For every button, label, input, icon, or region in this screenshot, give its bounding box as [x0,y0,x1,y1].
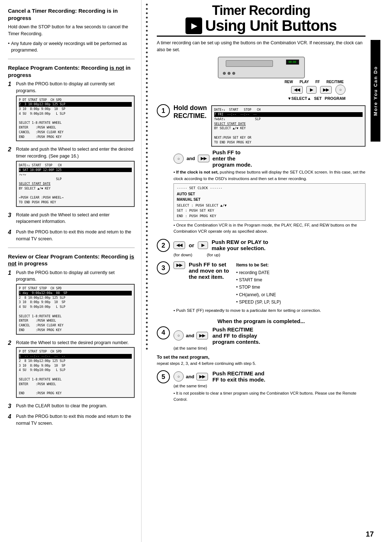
rew-icon: ◀◀ [173,241,185,249]
select-label: ▼SELECT▲ [287,96,311,101]
right-column: Timer Recording ▶ Using Unit Buttons A t… [152,0,392,542]
clock-set-box: ----- SET CLOCK ------ AUTO SETMANUAL SE… [173,183,366,221]
sidebar-label: More You Can Do [371,40,380,142]
select-program-row: ▼SELECT▲ SET PROGRAM [157,96,366,101]
divider2 [8,248,135,248]
review-step-4: 4 Push the PROG button to exit this mode… [8,413,135,427]
step4-rectime: ○ [173,330,184,341]
replace-step-2: 2 Rotate and push the Wheel to select an… [8,146,135,208]
review-step-3: 3 Push the CLEAR button to clear the pro… [8,403,135,409]
left-column: Cancel a Timer Recording: Recording is i… [0,0,142,542]
step1-sub: Push FF toenter theprogram mode. [212,149,252,168]
page-number: 17 [366,530,374,538]
right-step-5: 5 ○ and ▶▶ Push REC/TIME andFF to exit t… [157,370,366,402]
step5-ff: ▶▶ [196,373,208,380]
step1-ff-icon: ▶▶ [198,155,209,162]
title-icon: ▶ [185,17,202,34]
step4-circle: 4 [157,326,170,339]
vcr-btn-2 [228,72,230,75]
items-to-set: Items to be Set: • recording DATE • STAR… [236,261,281,306]
transport-labels: REW PLAY FF REC/TIME [157,80,366,84]
dot-divider [142,0,152,542]
step1-clock-note: • If the clock is not set, pushing these… [173,169,366,182]
review-section: Review or Clear Program Contents: Record… [8,253,135,427]
step5-rectime: ○ [173,371,184,382]
replace-lcd-1b: DATE↑↓ START STOP CH 8 SAT 10:00P 12:00P… [16,161,135,207]
page-title: Timer Recording ▶ Using Unit Buttons [157,4,366,34]
for-up: (for up) [207,253,220,257]
vcr-slot [226,60,273,67]
step3-circle: 3 [157,261,170,274]
rectime-button[interactable]: ○ [335,85,346,95]
step5-main: Push REC/TIME andFF to exit this mode. [212,370,265,383]
to-set-next: To set the next program, repeat steps 2,… [157,355,366,367]
right-step-2: 2 ◀◀ or ▶ Push REW or PLAY tomake your s… [157,239,366,257]
cancel-title: Cancel a Timer Recording: Recording is i… [8,7,135,21]
or-text: or [189,242,194,248]
vcr-display: 00:00 [286,60,299,65]
review-step-1: 1 Push the PROG button to display all cu… [8,269,135,336]
step4-and: and [186,333,194,338]
when-completed: When the program is completed... [157,318,366,324]
divider1 [8,59,135,59]
step1-rectime-icon: ○ [173,154,184,164]
step4-ff: ▶▶ [196,332,208,339]
replace-title: Replace Program Contents: Recording is n… [8,64,135,78]
step4-main: Push REC/TIMEand FF to displayprogram co… [212,326,260,345]
vcr-buttons-row [223,72,235,75]
vcr-diagram: 00:00 [218,57,305,78]
step5-note: • It is not possible to clear a timer pr… [173,390,366,402]
replace-step-4: 4 Push the PROG button to exit this mode… [8,229,135,243]
ff-button[interactable]: ▶▶ [320,86,332,94]
replace-step-1: 1 Push the PROG button to display all cu… [8,81,135,142]
for-down: (for down) [173,253,192,257]
intro-text: A timer recording can be set up using th… [157,40,366,53]
review-lcd-1b: P DT STRAT STOP CH SPD 1 -- --:-- --:-- … [16,347,135,398]
step1-note2: • Once the Combination VCR is in the Pro… [173,222,366,235]
set-label: SET [314,96,322,101]
right-inner: Timer Recording ▶ Using Unit Buttons A t… [157,4,385,407]
right-step-3: 3 ▶▶ Push FF to set and move on to the n… [157,261,366,314]
step5-circle: 5 [157,370,170,383]
replace-section: Replace Program Contents: Recording is n… [8,64,135,243]
transport-buttons: ◀◀ ▶ ▶▶ ○ [157,85,366,95]
program-label: PROGRAM [325,96,346,101]
vcr-diagram-container: 00:00 [157,57,366,78]
right-main: Timer Recording ▶ Using Unit Buttons A t… [157,4,366,407]
step1-and: and [187,156,195,161]
review-title: Review or Clear Program Contents: Record… [8,253,135,267]
step1-circle: 1 [157,104,170,117]
cancel-bullet: Any future daily or weekly recordings wi… [8,40,135,54]
step1-line1: Hold down [173,104,207,112]
replace-step-3: 3 Rotate and push the Wheel to select an… [8,212,135,225]
rew-button[interactable]: ◀◀ [291,86,303,94]
step1-line2: REC/TIME. [173,112,207,120]
vcr-btn-1 [223,72,226,75]
step3-ff: ▶▶ [173,261,185,269]
review-step-2: 2 Rotate the Wheel to select the desired… [8,339,135,399]
step4-sub: (at the same time) [173,346,366,350]
play-button[interactable]: ▶ [306,86,317,94]
step1-lcd: DATE↑↓ START STOP CH 7 FRI --:-- --:-- -… [211,105,366,147]
step3-note: • Push SET (FF) repeatedly to move to a … [173,307,366,314]
page-title-block: Timer Recording ▶ Using Unit Buttons [157,4,366,37]
review-lcd-1a: P DT STRAT STOP CH SPD 1 day 9:00a12:00a… [16,284,135,335]
right-step-1: 1 Hold down REC/TIME. DATE↑↓ START STOP … [157,104,366,235]
step2-main: Push REW or PLAY tomake your selection. [212,239,268,251]
step5-and: and [186,374,194,379]
step5-sub: (at the same time) [173,384,366,388]
right-step-4: 4 ○ and ▶▶ Push REC/TIMEand FF to displa… [157,326,366,350]
step2-circle: 2 [157,239,170,252]
cancel-section: Cancel a Timer Recording: Recording is i… [8,7,135,54]
right-sidebar: More You Can Do [366,4,385,407]
vcr-btn-3 [232,72,235,75]
play-icon: ▶ [198,241,208,249]
cancel-body: Hold down the STOP button for a few seco… [8,24,135,37]
replace-lcd-1a: P DT STRAT STOP CH SPD 2 3 10:00p12:00p … [16,95,135,142]
